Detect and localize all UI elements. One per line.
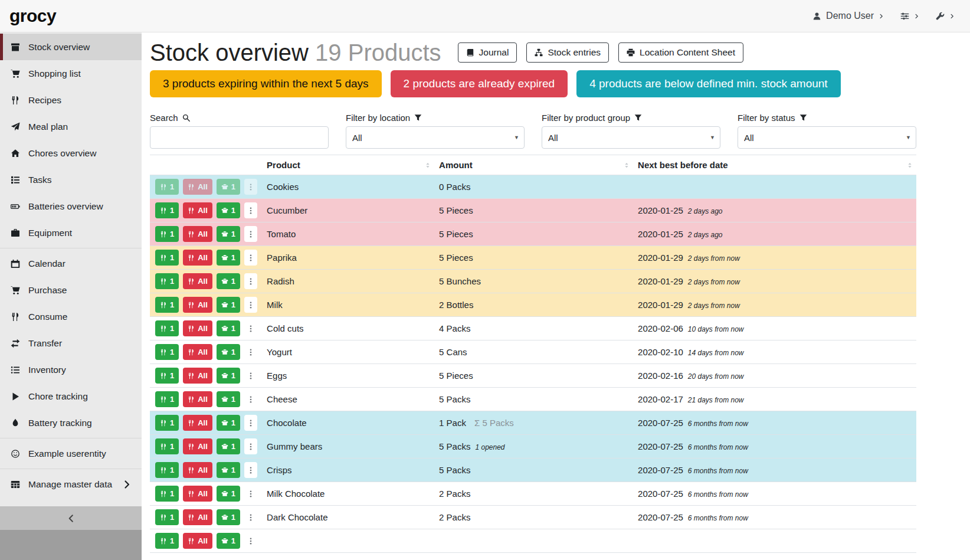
consume-all-button[interactable]: All [183,533,212,549]
consume-one-button[interactable]: 1 [155,509,179,525]
sidebar-collapse-button[interactable] [0,506,142,530]
sidebar-item-calendar[interactable]: Calendar [0,250,142,277]
open-one-button[interactable]: 1 [217,415,240,431]
open-one-button[interactable]: 1 [217,250,240,266]
consume-one-button[interactable]: 1 [155,297,179,313]
consume-all-button[interactable]: All [183,438,212,454]
consume-one-button[interactable]: 1 [155,415,179,431]
sidebar-item-meal-plan[interactable]: Meal plan [0,113,142,140]
sidebar-item-stock-overview[interactable]: Stock overview [0,34,142,60]
consume-one-button[interactable]: 1 [155,179,179,195]
row-menu-button[interactable] [244,226,257,242]
open-one-button[interactable]: 1 [217,486,240,502]
open-one-button[interactable]: 1 [217,179,240,195]
row-menu-button[interactable] [244,320,257,336]
sidebar-item-purchase[interactable]: Purchase [0,277,142,303]
open-one-button[interactable]: 1 [217,368,240,384]
consume-one-button[interactable]: 1 [155,250,179,266]
sidebar-item-equipment[interactable]: Equipment [0,220,142,246]
sidebar-item-inventory[interactable]: Inventory [0,356,142,383]
open-one-button[interactable]: 1 [217,202,240,218]
consume-all-button[interactable]: All [183,344,212,360]
sidebar-item-transfer[interactable]: Transfer [0,330,142,356]
location-select[interactable]: All [346,126,525,149]
column-header-next-best-before-date[interactable]: Next best before date [633,155,916,175]
consume-all-button[interactable]: All [183,509,212,525]
consume-all-button[interactable]: All [183,320,212,336]
row-menu-button[interactable] [244,438,257,454]
sidebar-item-tasks[interactable]: Tasks [0,166,142,193]
open-one-button[interactable]: 1 [217,509,240,525]
app-logo[interactable]: grocy [9,6,56,26]
sidebar-item-batteries-overview[interactable]: Batteries overview [0,193,142,220]
column-header-product[interactable]: Product [262,155,434,175]
sidebar-item-consume[interactable]: Consume [0,303,142,330]
consume-all-button[interactable]: All [183,179,212,195]
open-one-button[interactable]: 1 [217,320,240,336]
open-one-button[interactable]: 1 [217,344,240,360]
row-menu-button[interactable] [244,297,257,313]
alert-warning[interactable]: 3 products expiring within the next 5 da… [150,70,382,97]
consume-all-button[interactable]: All [183,415,212,431]
row-menu-button[interactable] [244,486,257,502]
sidebar-item-chores-overview[interactable]: Chores overview [0,140,142,166]
consume-all-button[interactable]: All [183,250,212,266]
consume-all-button[interactable]: All [183,462,212,478]
location-content-sheet-button[interactable]: Location Content Sheet [618,42,743,63]
consume-all-button[interactable]: All [183,273,212,289]
user-menu[interactable]: Demo User [812,11,884,21]
row-menu-button[interactable] [244,533,257,549]
open-one-button[interactable]: 1 [217,533,240,549]
row-menu-button[interactable] [244,415,257,431]
sidebar-item-example-userentity[interactable]: Example userentity [0,440,142,467]
journal-button[interactable]: Journal [458,42,517,63]
stock-entries-button[interactable]: Stock entries [526,42,609,63]
consume-one-button[interactable]: 1 [155,344,179,360]
consume-one-button[interactable]: 1 [155,320,179,336]
consume-all-button[interactable]: All [183,202,212,218]
consume-one-button[interactable]: 1 [155,486,179,502]
row-menu-button[interactable] [244,202,257,218]
row-menu-button[interactable] [244,391,257,407]
sidebar-item-shopping-list[interactable]: Shopping list [0,60,142,87]
consume-all-button[interactable]: All [183,486,212,502]
admin-menu[interactable] [936,12,955,21]
topbar: grocy Demo User [0,0,970,32]
alert-info[interactable]: 4 products are below defined min. stock … [576,70,840,97]
row-menu-button[interactable] [244,179,257,195]
consume-one-button[interactable]: 1 [155,273,179,289]
consume-all-button[interactable]: All [183,297,212,313]
consume-all-button[interactable]: All [183,226,212,242]
sidebar-item-manage-master-data[interactable]: Manage master data [0,471,142,497]
consume-all-button[interactable]: All [183,391,212,407]
column-header-amount[interactable]: Amount [434,155,633,175]
open-one-button[interactable]: 1 [217,462,240,478]
open-one-button[interactable]: 1 [217,226,240,242]
open-one-button[interactable]: 1 [217,391,240,407]
open-one-button[interactable]: 1 [217,438,240,454]
status-select[interactable]: All [738,126,916,149]
row-menu-button[interactable] [244,344,257,360]
sidebar-item-recipes[interactable]: Recipes [0,87,142,113]
consume-one-button[interactable]: 1 [155,391,179,407]
row-menu-button[interactable] [244,273,257,289]
row-menu-button[interactable] [244,368,257,384]
consume-one-button[interactable]: 1 [155,438,179,454]
alert-danger[interactable]: 2 products are already expired [391,70,568,97]
open-one-button[interactable]: 1 [217,273,240,289]
consume-all-button[interactable]: All [183,368,212,384]
row-menu-button[interactable] [244,462,257,478]
consume-one-button[interactable]: 1 [155,202,179,218]
product-group-select[interactable]: All [542,126,720,149]
row-menu-button[interactable] [244,509,257,525]
sidebar-item-battery-tracking[interactable]: Battery tracking [0,410,142,436]
consume-one-button[interactable]: 1 [155,226,179,242]
search-input[interactable] [150,126,329,149]
open-one-button[interactable]: 1 [217,297,240,313]
sidebar-item-chore-tracking[interactable]: Chore tracking [0,383,142,410]
consume-one-button[interactable]: 1 [155,462,179,478]
row-menu-button[interactable] [244,250,257,266]
consume-one-button[interactable]: 1 [155,533,179,549]
consume-one-button[interactable]: 1 [155,368,179,384]
settings-menu[interactable] [900,12,919,21]
